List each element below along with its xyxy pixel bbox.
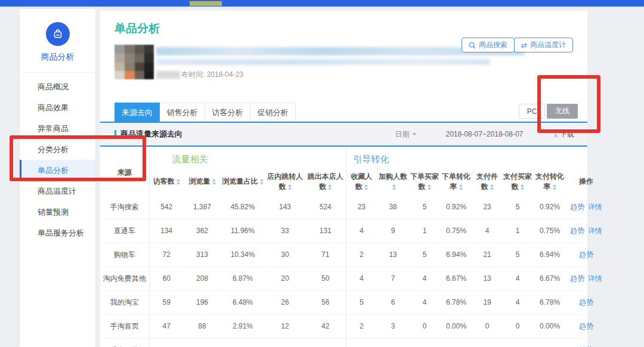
value-cell: 13 (472, 267, 502, 290)
tab-0[interactable]: 来源去向 (114, 103, 160, 122)
product-thermometer-button[interactable]: ⇄ 商品温度计 (514, 38, 573, 52)
sidebar-item-4[interactable]: 单品分析 (20, 160, 95, 181)
trend-link[interactable]: 趋势 (570, 227, 584, 235)
value-cell: 88 (184, 314, 221, 338)
sidebar-item-6[interactable]: 销量预测 (20, 202, 95, 222)
column-header-9: 支付件数 (472, 169, 502, 196)
value-cell: 11.11% (533, 338, 566, 347)
sort-up-icon (260, 179, 264, 181)
toggle-pc-button[interactable]: PC (519, 104, 545, 119)
column-label: 浏览量 (189, 177, 210, 185)
date-dropdown[interactable]: 日期 (395, 129, 417, 140)
column-label: 加购人数 (379, 172, 407, 181)
tab-2[interactable]: 访客分析 (205, 103, 250, 122)
value-cell: 143 (265, 196, 305, 219)
sort-icon[interactable] (364, 184, 368, 190)
table-row: 淘内免费其他602086.87%20504746.67%1346.67%趋势详情 (100, 267, 606, 290)
sidebar-item-2[interactable]: 异常商品 (20, 118, 95, 139)
source-cell: 手淘首页 (100, 314, 149, 338)
value-cell: 2 (346, 243, 377, 267)
date-range[interactable]: 2018-08-07~2018-08-07 (445, 130, 523, 138)
value-cell: 0.75% (533, 219, 566, 243)
value-cell: 23 (346, 196, 377, 219)
sort-up-icon (392, 184, 396, 187)
toggle-wireless-button[interactable]: 无线 (547, 104, 578, 119)
sidebar-title: 商品分析 (20, 52, 95, 63)
value-cell: 6 (377, 290, 409, 314)
download-button[interactable]: ⤓ 下载 (554, 129, 574, 140)
sidebar: 商品分析 商品概况商品效果异常商品分类分析单品分析商品温度计销量预测单品服务分析 (20, 9, 95, 347)
actions-cell: 趋势 (566, 338, 606, 347)
value-cell: 4 (346, 267, 377, 290)
value-cell: 362 (184, 219, 221, 243)
trend-link[interactable]: 趋势 (570, 274, 584, 283)
sidebar-item-3[interactable]: 分类分析 (20, 139, 95, 160)
value-cell: 60 (149, 267, 184, 290)
column-label: 浏览量占比 (222, 177, 258, 185)
sort-icon[interactable] (260, 179, 264, 185)
value-cell: 208 (184, 267, 221, 290)
column-label: 下单转化率 (442, 172, 470, 191)
column-header-4: 跳出本店人数 (305, 169, 346, 196)
product-search-button[interactable]: 商品搜索 (462, 38, 515, 52)
sidebar-item-5[interactable]: 商品温度计 (20, 181, 95, 202)
trend-link[interactable]: 趋势 (579, 298, 593, 306)
value-cell: 6.94% (440, 243, 472, 267)
value-cell: 196 (184, 290, 221, 314)
publish-time: 布时间: 2018-04-23 (156, 70, 243, 80)
sidebar-item-0[interactable]: 商品概况 (20, 76, 95, 97)
sort-down-icon (212, 182, 216, 185)
tab-3[interactable]: 促销分析 (250, 103, 296, 122)
value-cell: 4 (502, 267, 533, 290)
column-header-8: 下单转化率 (440, 169, 472, 196)
sort-icon[interactable] (459, 184, 463, 190)
detail-link[interactable]: 详情 (588, 203, 602, 211)
sort-down-icon (459, 188, 463, 190)
sort-down-icon (364, 188, 368, 190)
sort-up-icon (553, 184, 556, 187)
column-header-2: 浏览量占比 (221, 169, 265, 196)
actions-cell: 趋势 (566, 314, 606, 338)
value-cell: 6.67% (533, 267, 566, 290)
value-cell: 524 (305, 196, 346, 219)
sort-icon[interactable] (553, 184, 556, 190)
value-cell: 0.00% (440, 314, 472, 338)
value-cell: 4 (502, 290, 533, 314)
sort-icon[interactable] (392, 184, 396, 190)
trend-link[interactable]: 趋势 (579, 322, 593, 330)
detail-link[interactable]: 详情 (588, 227, 602, 235)
sort-icon[interactable] (521, 184, 524, 190)
detail-link[interactable]: 详情 (588, 274, 602, 283)
value-cell: 6.94% (533, 243, 566, 267)
value-cell: 0.75% (440, 219, 472, 243)
value-cell: 542 (149, 196, 184, 219)
trend-link[interactable]: 趋势 (579, 250, 593, 259)
value-cell: 45.82% (221, 196, 265, 219)
sort-down-icon (288, 188, 292, 190)
column-header-11: 支付转化率 (533, 169, 566, 196)
value-cell: 19 (472, 290, 502, 314)
value-cell: 20 (265, 338, 305, 347)
value-cell: 6.87% (221, 267, 265, 290)
sort-icon[interactable] (288, 184, 292, 190)
source-column-header: 来源 (100, 147, 149, 196)
value-cell: 182 (184, 338, 221, 347)
sort-icon[interactable] (490, 184, 494, 190)
search-icon (469, 42, 476, 49)
value-cell: 5 (346, 338, 377, 347)
value-cell: 2.91% (221, 314, 265, 338)
sort-icon[interactable] (212, 179, 216, 185)
sort-up-icon (288, 184, 292, 187)
main-panel: 单品分析 布时间: 2018-04-23 商品搜索 ⇄ 商品温度计 来源去向销售… (100, 11, 587, 347)
sidebar-item-7[interactable]: 单品服务分析 (20, 222, 95, 243)
value-cell: 4 (409, 290, 440, 314)
value-cell: 5 (502, 243, 533, 267)
trend-link[interactable]: 趋势 (570, 203, 584, 211)
sort-icon[interactable] (328, 184, 332, 190)
tab-1[interactable]: 销售分析 (160, 103, 205, 122)
sidebar-item-1[interactable]: 商品效果 (20, 97, 95, 118)
sort-up-icon (521, 184, 524, 187)
sort-icon[interactable] (428, 184, 431, 190)
publish-time-text: 布时间: 2018-04-23 (181, 70, 243, 80)
sort-icon[interactable] (177, 179, 180, 185)
